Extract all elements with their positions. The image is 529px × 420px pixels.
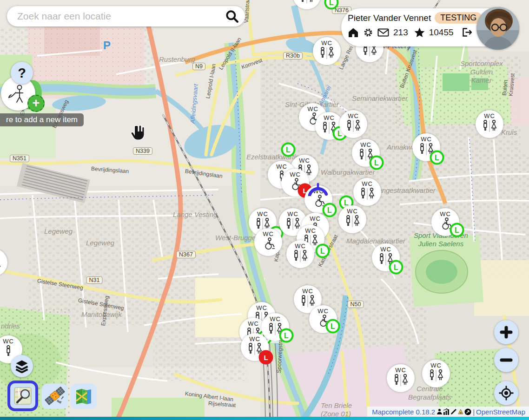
pair-figure-icon	[318, 46, 336, 61]
attribution-bar: Mapcomplete 0.18.2 | OpenStreetMap	[367, 407, 529, 417]
pair-figure-icon	[299, 294, 317, 309]
search-bar	[7, 6, 245, 26]
wc-marker-pair[interactable]: WC	[422, 360, 450, 387]
user-name: Pieter Vander Vennet	[348, 13, 431, 23]
last-edit-badge-green[interactable]: L	[430, 151, 444, 165]
add-item-tooltip: re to add a new item	[0, 113, 84, 126]
translate-icon	[457, 408, 464, 415]
wc-marker-label: WC	[263, 231, 274, 237]
wc-marker-label: WC	[256, 305, 267, 311]
wheelchair-figure-icon	[259, 237, 277, 252]
wc-marker-label: WC	[324, 115, 335, 121]
wc-marker-label: WC	[287, 211, 298, 217]
wc-marker-label: WC	[270, 316, 281, 322]
attribution-icon	[464, 408, 471, 415]
gear-icon[interactable]	[363, 27, 373, 38]
last-edit-badge-green[interactable]: L	[324, 0, 339, 10]
wc-marker-label: WC	[348, 113, 359, 119]
wc-marker-pair[interactable]: WC	[353, 178, 381, 206]
openstreetmap-link[interactable]: OpenStreetMap	[476, 408, 525, 416]
zoom-out-button[interactable]	[494, 348, 518, 372]
last-edit-badge-green[interactable]: L	[279, 328, 294, 343]
last-edit-badge-green[interactable]: L	[389, 260, 403, 275]
wc-marker-label: WC	[248, 321, 259, 327]
wc-marker-label: WC	[295, 243, 306, 249]
wc-marker-label: WC	[430, 362, 442, 368]
messages-count: 213	[393, 27, 408, 38]
pair-figure-icon	[427, 368, 445, 383]
logout-icon[interactable]	[461, 27, 472, 38]
wc-marker-pair[interactable]: WC	[338, 205, 366, 233]
wc-marker-label: WC	[310, 216, 321, 222]
basemap-osm-button[interactable]	[7, 381, 38, 411]
basemap-carto-button[interactable]	[71, 384, 97, 409]
pair-figure-icon	[298, 0, 316, 5]
wc-marker-label: WC	[362, 181, 373, 187]
wc-marker-pair[interactable]: WC	[0, 249, 7, 276]
mapcomplete-version-link[interactable]: Mapcomplete 0.18.2	[372, 408, 435, 416]
search-input[interactable]	[16, 10, 225, 22]
mail-icon[interactable]	[377, 28, 389, 37]
wc-marker-pair[interactable]: WC	[293, 0, 321, 9]
pair-figure-icon	[0, 257, 2, 272]
pair-figure-icon	[291, 249, 309, 264]
satellite-icon	[45, 387, 65, 406]
wc-marker-label: WC	[484, 113, 495, 119]
wc-marker-label: WC	[290, 171, 301, 177]
stats-icon	[443, 408, 450, 415]
pair-figure-icon	[344, 119, 362, 134]
wc-marker-label: WC	[276, 164, 287, 170]
wc-marker-label: WC	[305, 228, 316, 234]
add-new-item-button[interactable]: +	[27, 95, 45, 112]
wc-marker-label: WC	[317, 308, 329, 314]
wc-marker-label: WC	[302, 288, 313, 294]
pair-figure-icon	[481, 119, 498, 134]
wc-marker-label: WC	[307, 106, 318, 112]
help-button[interactable]: ?	[11, 62, 33, 84]
wc-marker-label: WC	[313, 188, 324, 194]
wc-marker-pair[interactable]: WC	[476, 110, 503, 138]
pair-figure-icon	[284, 217, 302, 232]
wc-marker-wheelchair[interactable]: WC	[254, 228, 282, 256]
wc-marker-pair[interactable]: WC	[339, 110, 367, 138]
wc-marker-label: WC	[395, 367, 406, 373]
theme-color-bar	[0, 417, 529, 420]
mapcomplete-app: Brugge- Sint-PietersRustenburgSint-Gilli…	[0, 0, 529, 420]
zoom-in-button[interactable]	[494, 320, 518, 344]
wc-marker-label: WC	[421, 136, 432, 142]
basemap-satellite-button[interactable]	[42, 384, 68, 409]
user-icon	[436, 408, 443, 415]
wc-marker-pair[interactable]: WC	[313, 37, 341, 65]
layers-button[interactable]	[11, 355, 33, 377]
search-icon[interactable]	[225, 9, 239, 23]
wc-marker-label: WC	[360, 142, 371, 148]
testing-badge: TESTING	[435, 12, 482, 24]
geolocate-button[interactable]	[494, 381, 518, 405]
wc-marker-pair[interactable]: WC	[387, 364, 415, 392]
changesets-count: 10455	[429, 27, 454, 38]
last-edit-badge-green[interactable]: L	[281, 143, 296, 157]
avatar[interactable]	[476, 7, 519, 50]
wc-marker-label: WC	[299, 158, 310, 164]
star-icon	[414, 27, 425, 38]
wc-marker-label: WC	[380, 246, 391, 252]
last-edit-badge-green[interactable]: L	[370, 156, 384, 170]
folded-map-icon	[74, 387, 93, 406]
wc-marker-label: WC	[3, 338, 14, 344]
wc-marker-label: WC	[347, 208, 358, 214]
marker-layer: WCLWCWCWCWCWCLWCLWCLWCLWCWCWCLWCLLWCWCLW…	[0, 0, 529, 420]
wc-marker-label: WC	[257, 211, 268, 217]
last-edit-badge-green[interactable]: L	[323, 203, 337, 217]
home-icon[interactable]	[348, 27, 359, 38]
pair-figure-icon	[358, 187, 376, 202]
osm-stats-icons	[436, 408, 471, 415]
attribution-separator: |	[473, 408, 475, 416]
wc-marker-pair[interactable]: WC	[286, 240, 314, 268]
pair-figure-icon	[344, 214, 361, 229]
last-edit-badge-green[interactable]: L	[326, 319, 340, 334]
last-edit-badge-red[interactable]: L	[259, 350, 273, 365]
pair-figure-icon	[392, 373, 410, 388]
last-edit-badge-green[interactable]: L	[450, 223, 464, 237]
pencil-icon	[450, 408, 457, 415]
last-edit-badge-green[interactable]: L	[316, 244, 330, 258]
